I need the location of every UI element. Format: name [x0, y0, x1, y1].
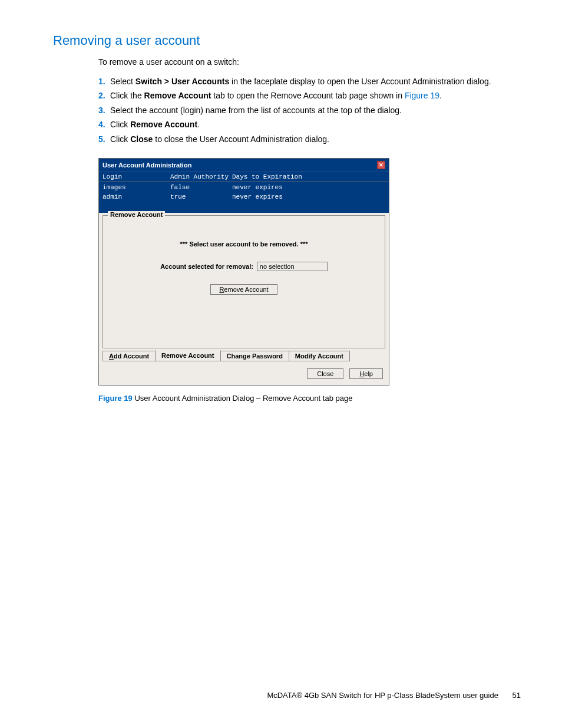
intro-text: To remove a user account on a switch: [98, 57, 521, 68]
dialog-tabs: Add Account Remove Account Change Passwo… [103, 351, 385, 363]
step-5: Click Close to close the User Account Ad… [98, 132, 521, 147]
user-account-admin-dialog: User Account Administration ✕ Login Admi… [98, 158, 389, 386]
col-days: Days to Expiration [232, 173, 385, 180]
remove-account-pane: Remove Account *** Select user account t… [103, 215, 385, 348]
step-1: Select Switch > User Accounts in the fac… [98, 74, 521, 89]
figure-caption: Figure 19 User Account Administration Di… [98, 394, 521, 403]
step-3: Select the account (login) name from the… [98, 103, 521, 118]
dialog-title: User Account Administration [103, 162, 191, 169]
steps-list: Select Switch > User Accounts in the fac… [98, 74, 521, 147]
tab-add-account[interactable]: Add Account [103, 351, 156, 361]
help-button[interactable]: Help [349, 368, 383, 379]
page-footer: McDATA® 4Gb SAN Switch for HP p-Class Bl… [53, 691, 521, 700]
col-admin: Admin Authority [170, 173, 232, 180]
account-row[interactable]: images false never expires [103, 183, 385, 193]
selected-account-label: Account selected for removal: [160, 263, 253, 270]
footer-text: McDATA® 4Gb SAN Switch for HP p-Class Bl… [267, 691, 498, 700]
account-row[interactable]: admin true never expires [103, 193, 385, 202]
tab-remove-account[interactable]: Remove Account [155, 350, 220, 361]
selected-account-field: no selection [257, 262, 328, 271]
remove-account-button[interactable]: Remove Account [210, 284, 277, 295]
instruction-text: *** Select user account to be removed. *… [109, 241, 379, 248]
close-button[interactable]: Close [307, 368, 343, 379]
figure-ref-link[interactable]: Figure 19 [405, 91, 439, 100]
section-heading: Removing a user account [53, 33, 521, 48]
close-icon[interactable]: ✕ [377, 161, 385, 169]
tab-change-password[interactable]: Change Password [220, 351, 289, 361]
tab-modify-account[interactable]: Modify Account [289, 351, 350, 361]
pane-label: Remove Account [108, 211, 165, 218]
step-4: Click Remove Account. [98, 117, 521, 132]
account-list-header: Login Admin Authority Days to Expiration [99, 172, 389, 182]
step-2: Click the Remove Account tab to open the… [98, 88, 521, 103]
col-login: Login [103, 173, 170, 180]
page-number: 51 [513, 691, 521, 700]
dialog-titlebar: User Account Administration ✕ [99, 159, 389, 172]
account-list[interactable]: images false never expires admin true ne… [99, 182, 389, 213]
figure-label: Figure 19 [98, 394, 133, 403]
